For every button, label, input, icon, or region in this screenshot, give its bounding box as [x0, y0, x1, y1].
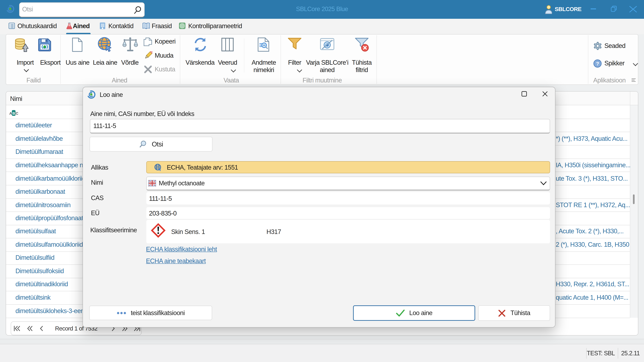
svg-text:B: B: [12, 111, 15, 116]
svg-text:C: C: [16, 111, 18, 116]
svg-text:?: ?: [596, 61, 599, 66]
svg-text:A: A: [10, 111, 12, 116]
